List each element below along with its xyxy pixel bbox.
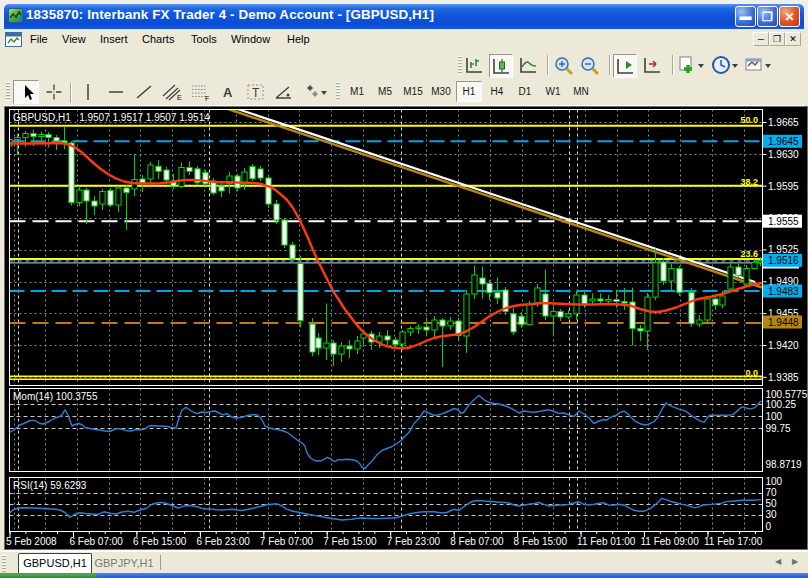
svg-text:11 Feb 01:00: 11 Feb 01:00 bbox=[577, 536, 636, 547]
svg-text:7 Feb 15:00: 7 Feb 15:00 bbox=[323, 536, 377, 547]
svg-text:38.2: 38.2 bbox=[740, 177, 758, 187]
svg-text:GBPUSD,H1 1.9507 1.9517 1.95: GBPUSD,H1 1.9507 1.9517 1.9507 1.9514 bbox=[13, 112, 210, 123]
svg-text:50.0: 50.0 bbox=[740, 115, 758, 125]
svg-text:0: 0 bbox=[766, 521, 772, 532]
svg-text:1.9630: 1.9630 bbox=[768, 149, 799, 160]
svg-text:7 Feb 23:00: 7 Feb 23:00 bbox=[387, 536, 441, 547]
svg-text:1.9516: 1.9516 bbox=[768, 255, 799, 266]
svg-text:50: 50 bbox=[766, 498, 778, 509]
svg-text:Mom(14) 100.3755: Mom(14) 100.3755 bbox=[13, 391, 98, 402]
svg-text:T: T bbox=[252, 86, 260, 100]
svg-text:6 Feb 07:00: 6 Feb 07:00 bbox=[70, 536, 124, 547]
svg-text:1.9385: 1.9385 bbox=[768, 372, 799, 383]
svg-text:1.9645: 1.9645 bbox=[768, 136, 799, 147]
svg-text:1.9420: 1.9420 bbox=[768, 340, 799, 351]
svg-text:100: 100 bbox=[766, 476, 783, 487]
svg-text:1.9555: 1.9555 bbox=[768, 216, 799, 227]
svg-text:99.75: 99.75 bbox=[766, 423, 791, 434]
svg-text:E: E bbox=[177, 94, 182, 101]
svg-text:A: A bbox=[223, 85, 233, 100]
svg-text:1.9525: 1.9525 bbox=[768, 244, 799, 255]
svg-text:1.9665: 1.9665 bbox=[768, 117, 799, 128]
svg-text:11 Feb 17:00: 11 Feb 17:00 bbox=[704, 536, 763, 547]
svg-text:6 Feb 23:00: 6 Feb 23:00 bbox=[196, 536, 250, 547]
svg-text:98.8719: 98.8719 bbox=[766, 459, 803, 470]
svg-text:8 Feb 07:00: 8 Feb 07:00 bbox=[450, 536, 504, 547]
svg-text:1.9448: 1.9448 bbox=[768, 317, 799, 328]
svg-text:8 Feb 15:00: 8 Feb 15:00 bbox=[514, 536, 568, 547]
svg-text:70: 70 bbox=[766, 487, 778, 498]
svg-text:23.6: 23.6 bbox=[740, 249, 758, 259]
svg-text:1.9483: 1.9483 bbox=[768, 286, 799, 297]
svg-text:7 Feb 07:00: 7 Feb 07:00 bbox=[260, 536, 314, 547]
svg-text:100.25: 100.25 bbox=[766, 399, 797, 410]
svg-text:11 Feb 09:00: 11 Feb 09:00 bbox=[641, 536, 700, 547]
svg-text:RSI(14) 59.6293: RSI(14) 59.6293 bbox=[13, 480, 87, 491]
svg-text:100: 100 bbox=[766, 411, 783, 422]
svg-text:30: 30 bbox=[766, 509, 778, 520]
svg-text:6 Feb 15:00: 6 Feb 15:00 bbox=[133, 536, 187, 547]
svg-text:F: F bbox=[205, 95, 209, 102]
svg-text:1.9595: 1.9595 bbox=[768, 181, 799, 192]
svg-text:5 Feb 2008: 5 Feb 2008 bbox=[6, 536, 57, 547]
svg-text:0.0: 0.0 bbox=[745, 368, 758, 378]
